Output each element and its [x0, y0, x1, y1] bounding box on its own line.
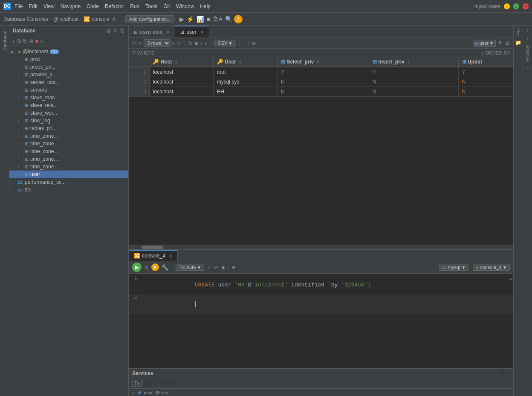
editor-area[interactable]: 1 CREATE user 'HH'@'localhost' identifie…: [129, 274, 513, 368]
services-sort-desc[interactable]: ⇵: [153, 380, 157, 386]
menu-view[interactable]: View: [43, 3, 55, 9]
col-insert-priv[interactable]: ⊞ Insert_priv ⇕: [369, 57, 459, 67]
db-add-icon[interactable]: ⊕: [106, 27, 111, 34]
close-button[interactable]: ✕: [523, 3, 529, 9]
tree-item-server-cos[interactable]: › ⊞ server_cos...: [9, 78, 128, 86]
col-updat[interactable]: ⊞ Updat: [458, 57, 513, 67]
grid-last-button[interactable]: >|: [177, 40, 182, 46]
grid-filter-button[interactable]: ⊕: [252, 40, 256, 46]
translate-action-icon[interactable]: 文A: [213, 15, 223, 23]
tree-item-procs-priv[interactable]: › ⊞ procs_pri...: [9, 63, 128, 71]
tree-item-slave-mas[interactable]: › ⊞ slave_mas...: [9, 94, 128, 101]
db-sort-icon[interactable]: ⇅: [120, 27, 125, 34]
menu-tools[interactable]: Tools: [145, 3, 157, 9]
tree-item-stu[interactable]: › 🗂 stu: [9, 186, 128, 194]
files-strip-label[interactable]: Files: [516, 27, 520, 36]
console-tab-close[interactable]: ✕: [169, 254, 172, 258]
tree-item-proxies-p[interactable]: › ⊞ proxies_p...: [9, 71, 128, 78]
minimize-button[interactable]: −: [504, 3, 510, 9]
tree-item-time-zone-3[interactable]: › ⊞ time_zone...: [9, 147, 128, 155]
tree-item-slow-log[interactable]: › ⊞ slow_log: [9, 117, 128, 124]
tree-item-servers[interactable]: › ⊞ servers: [9, 86, 128, 94]
debug-action-icon[interactable]: ⚡: [187, 16, 194, 23]
grid-more-button[interactable]: »: [205, 40, 208, 46]
tree-item-slave-rela[interactable]: › ⊞ slave_rela...: [9, 101, 128, 109]
run-button[interactable]: ▶: [132, 263, 142, 272]
grid-add-row-button[interactable]: +: [200, 40, 203, 46]
console-select[interactable]: ● console_4 ▼: [473, 264, 510, 271]
tree-item-proc[interactable]: › ⊞ proc: [9, 55, 128, 63]
csv-button[interactable]: CSV ▼: [214, 40, 237, 46]
run-action-icon[interactable]: ▶: [179, 16, 184, 23]
structure-down-icon[interactable]: ↓: [526, 36, 529, 41]
console-tab-console4[interactable]: 🔀 console_4 ✕: [129, 250, 178, 261]
breadcrumb-console4[interactable]: console_4: [92, 16, 115, 22]
maximize-button[interactable]: □: [513, 3, 519, 9]
grid-next-button[interactable]: >: [172, 40, 176, 46]
grid-stop-button[interactable]: ■: [194, 40, 198, 46]
grid-sort-up-button[interactable]: ↑: [247, 40, 250, 46]
breadcrumb-localhost[interactable]: @localhost: [53, 16, 79, 22]
services-minimize-icon[interactable]: −: [507, 370, 510, 376]
tab-user[interactable]: ⊞ user ✕: [175, 26, 209, 38]
notification-badge[interactable]: !: [234, 15, 243, 23]
db-refresh-button[interactable]: ↻: [23, 38, 27, 44]
rows-select[interactable]: 3 rows: [144, 39, 171, 47]
profile-badge[interactable]: P: [151, 263, 159, 271]
table-row[interactable]: 1 localhost root Y Y Y: [129, 67, 513, 77]
add-configuration-button[interactable]: Add Configuration...: [125, 15, 174, 23]
tree-item-slave-wor[interactable]: › ⊞ slave_wor...: [9, 109, 128, 117]
menu-window[interactable]: Window: [176, 3, 194, 9]
menu-bar[interactable]: File Edit View Navigate Code Refactor Ru…: [14, 3, 211, 9]
tx-select[interactable]: Tx: Auto ▼: [176, 264, 204, 271]
console-format-button[interactable]: ≡: [232, 264, 235, 271]
menu-help[interactable]: Help: [200, 3, 211, 9]
col-user[interactable]: 🔑 User ⇕: [213, 57, 277, 67]
database-strip-label[interactable]: Database: [2, 27, 7, 54]
menu-edit[interactable]: Edit: [29, 3, 38, 9]
console-stop-button[interactable]: ■: [221, 264, 225, 271]
menu-run[interactable]: Run: [130, 3, 139, 9]
tree-item-time-zone-5[interactable]: › ⊞ time_zone...: [9, 163, 128, 171]
tree-item-performance[interactable]: › 🗂 performance_sc...: [9, 178, 128, 186]
db-add-button[interactable]: +: [12, 38, 15, 44]
coverage-action-icon[interactable]: 📊: [197, 16, 204, 23]
services-settings-icon[interactable]: ⚙: [500, 370, 505, 376]
console-wrench-button[interactable]: 🔧: [162, 264, 168, 271]
services-group-icon[interactable]: ⊞: [160, 380, 165, 386]
db-copy-button[interactable]: ⧉: [17, 38, 21, 44]
services-add-icon[interactable]: +: [176, 380, 179, 386]
tree-item-time-zone-2[interactable]: › ⊞ time_zone...: [9, 140, 128, 147]
tree-item-time-zone-4[interactable]: › ⊞ time_zone...: [9, 155, 128, 163]
line-2-content[interactable]: [142, 295, 513, 314]
grid-first-button[interactable]: |<: [132, 40, 137, 46]
tree-item-user[interactable]: › ⊞ user: [9, 171, 128, 178]
mysql-select[interactable]: 🗂 mysql ▼: [439, 264, 469, 271]
structure-strip-label[interactable]: Structure: [525, 44, 530, 62]
line-1-content[interactable]: CREATE user 'HH'@'localhost' identified …: [142, 275, 506, 295]
tab-username[interactable]: ⊞ username ✕: [129, 26, 175, 38]
db-properties-button[interactable]: ⊕: [29, 38, 34, 44]
console-check-button[interactable]: ✓: [207, 264, 211, 271]
user-select[interactable]: ⊞ user ▼: [473, 40, 496, 47]
tree-item-localhost[interactable]: ▶ ● @localhost 10: [9, 48, 128, 55]
grid-settings-button[interactable]: ⚙: [505, 40, 510, 46]
files-icon[interactable]: 📁: [515, 40, 521, 46]
grid-prev-button[interactable]: <: [139, 40, 142, 46]
db-more-button[interactable]: »: [40, 38, 43, 44]
search-action-icon[interactable]: 🔍: [225, 16, 232, 23]
grid-export-button[interactable]: ↓: [243, 40, 246, 46]
structure-more-icon[interactable]: »: [526, 65, 529, 70]
grid-scrollbar[interactable]: [129, 245, 513, 249]
db-sync-icon[interactable]: ≡: [114, 27, 117, 34]
tree-item-time-zone-1[interactable]: › ⊞ time_zone...: [9, 132, 128, 140]
menu-navigate[interactable]: Navigate: [61, 3, 81, 9]
menu-git[interactable]: Git: [163, 3, 170, 9]
db-stop-button[interactable]: ■: [35, 38, 39, 44]
tree-item-tables-pri[interactable]: › ⊞ tables_pri...: [9, 124, 128, 132]
console-undo-button[interactable]: ↩: [214, 264, 219, 271]
table-row[interactable]: 3 localhost HH N N N: [129, 87, 513, 97]
status-more[interactable]: »: [132, 390, 135, 395]
tab-user-close[interactable]: ✕: [200, 30, 204, 35]
console-history-button[interactable]: ⊙: [144, 264, 149, 271]
